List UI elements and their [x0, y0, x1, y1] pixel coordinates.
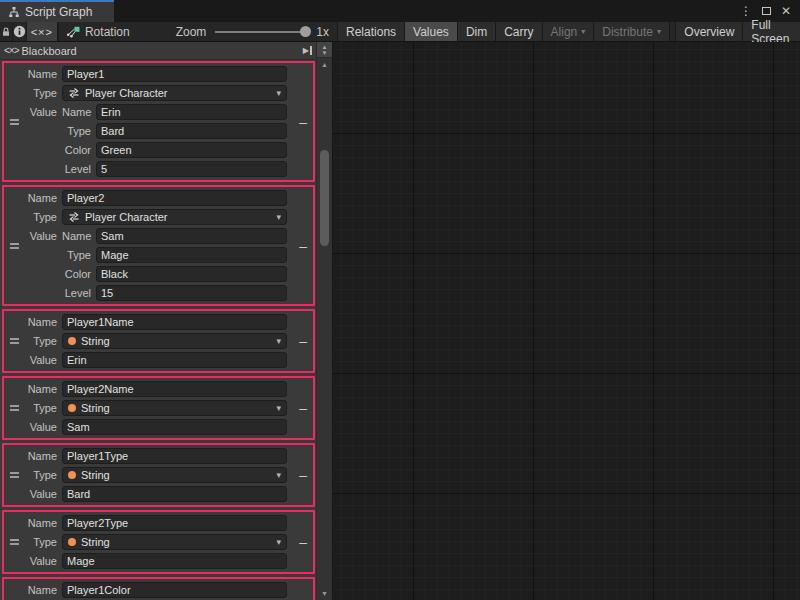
- value-field-input[interactable]: [96, 161, 287, 177]
- chevron-down-icon: ▾: [276, 404, 281, 413]
- tab-script-graph[interactable]: Script Graph: [0, 0, 114, 22]
- zoom-slider-knob[interactable]: [300, 26, 311, 37]
- variable-group-player1: – Name Type: [2, 61, 315, 182]
- blackboard-variables-list: – Name Type: [0, 60, 316, 600]
- variable-name-input[interactable]: [62, 66, 287, 82]
- blackboard-panel: <×> Blackboard ▶ – Name Type: [0, 42, 316, 600]
- scrollbar-stepper[interactable]: ▲ ▼: [317, 42, 332, 58]
- overview-button[interactable]: Overview: [675, 22, 742, 41]
- value-field-input[interactable]: [96, 104, 287, 120]
- type-value: String: [81, 335, 110, 347]
- visual-scripting-button[interactable]: <×>: [27, 22, 58, 41]
- rotation-toggle[interactable]: Rotation: [58, 22, 138, 41]
- blackboard-header: <×> Blackboard ▶: [0, 42, 316, 60]
- name-label: Name: [4, 66, 62, 82]
- field-label: Level: [62, 161, 96, 177]
- type-dropdown[interactable]: Player Character ▾: [62, 85, 287, 101]
- remove-variable-button[interactable]: –: [299, 537, 307, 547]
- remove-variable-button[interactable]: –: [299, 241, 307, 251]
- drag-handle[interactable]: [10, 338, 19, 344]
- drag-handle[interactable]: [10, 472, 19, 478]
- full-screen-button[interactable]: Full Screen: [742, 22, 800, 41]
- type-value: String: [81, 536, 110, 548]
- type-value: String: [81, 402, 110, 414]
- main-area: <×> Blackboard ▶ – Name Type: [0, 42, 800, 600]
- dock-panel-button[interactable]: ▶: [303, 46, 312, 55]
- chevron-down-icon: ▾: [276, 538, 281, 547]
- value-field-input[interactable]: [96, 123, 287, 139]
- value-field-input[interactable]: [96, 228, 287, 244]
- string-type-icon: [68, 404, 76, 412]
- type-dropdown[interactable]: String ▾: [62, 534, 287, 550]
- type-dropdown[interactable]: Player Character ▾: [62, 209, 287, 225]
- dock-icon-bar: [310, 46, 312, 55]
- type-dropdown[interactable]: String ▾: [62, 333, 287, 349]
- rotation-label: Rotation: [85, 25, 130, 39]
- dock-icon: ▶: [303, 46, 309, 55]
- value-field-input[interactable]: [96, 247, 287, 263]
- field-label: Color: [62, 142, 96, 158]
- value-label: Value: [4, 553, 62, 569]
- value-field-input[interactable]: [96, 285, 287, 301]
- value-input[interactable]: [62, 419, 287, 435]
- chevron-down-icon: ▾: [276, 337, 281, 346]
- scroll-down-button[interactable]: ▼: [317, 587, 332, 600]
- field-label: Name: [62, 104, 96, 120]
- value-input[interactable]: [62, 486, 287, 502]
- drag-handle[interactable]: [10, 243, 19, 249]
- variable-name-input[interactable]: [62, 448, 287, 464]
- carry-button[interactable]: Carry: [495, 22, 541, 41]
- remove-variable-button[interactable]: –: [299, 470, 307, 480]
- scroll-up-button[interactable]: ▲: [317, 58, 332, 71]
- variable-group-player1color: Name Type ▾: [2, 577, 315, 600]
- info-button[interactable]: [13, 22, 27, 41]
- align-dropdown-button[interactable]: Align ▾: [542, 22, 594, 41]
- drag-handle[interactable]: [10, 539, 19, 545]
- title-bar: Script Graph ⋮ ✕: [0, 0, 800, 22]
- lock-button[interactable]: [0, 22, 13, 41]
- value-field-input[interactable]: [96, 142, 287, 158]
- remove-variable-button[interactable]: –: [299, 117, 307, 127]
- variable-name-input[interactable]: [62, 515, 287, 531]
- lock-icon: [0, 26, 12, 38]
- relations-button[interactable]: Relations: [337, 22, 404, 41]
- scrollbar-track[interactable]: [317, 71, 332, 587]
- variable-name-input[interactable]: [62, 314, 287, 330]
- type-label: Type: [4, 85, 62, 101]
- chevron-down-icon: ▾: [657, 28, 661, 36]
- remove-variable-button[interactable]: –: [299, 336, 307, 346]
- values-button[interactable]: Values: [404, 22, 457, 41]
- remove-variable-button[interactable]: –: [299, 403, 307, 413]
- type-dropdown[interactable]: String ▾: [62, 467, 287, 483]
- field-label: Level: [62, 285, 96, 301]
- variable-group-player2: – Name Type: [2, 185, 315, 306]
- drag-handle[interactable]: [10, 405, 19, 411]
- value-label: Value: [4, 419, 62, 435]
- type-value: String: [81, 469, 110, 481]
- name-label: Name: [4, 314, 62, 330]
- type-value: Player Character: [85, 211, 168, 223]
- graph-canvas[interactable]: [333, 42, 800, 600]
- type-value: Player Character: [85, 87, 168, 99]
- zoom-slider[interactable]: [215, 31, 307, 33]
- distribute-dropdown-button[interactable]: Distribute ▾: [593, 22, 669, 41]
- toolbar-right-buttons: Relations Values Dim Carry Align ▾ Distr…: [337, 22, 800, 41]
- blackboard-title: Blackboard: [22, 45, 77, 57]
- info-icon: [13, 25, 26, 38]
- type-label: Type: [4, 209, 62, 225]
- chevron-down-icon: ▾: [276, 471, 281, 480]
- dim-button[interactable]: Dim: [457, 22, 495, 41]
- chevron-down-icon: ▾: [581, 28, 585, 36]
- value-field-input[interactable]: [96, 266, 287, 282]
- value-input[interactable]: [62, 352, 287, 368]
- value-input[interactable]: [62, 553, 287, 569]
- type-dropdown[interactable]: String ▾: [62, 400, 287, 416]
- visual-scripting-icon: <×>: [4, 45, 19, 56]
- variable-name-input[interactable]: [62, 190, 287, 206]
- drag-handle[interactable]: [10, 119, 19, 125]
- name-label: Name: [4, 448, 62, 464]
- variable-name-input[interactable]: [62, 582, 287, 598]
- variable-name-input[interactable]: [62, 381, 287, 397]
- scrollbar-thumb[interactable]: [320, 150, 329, 246]
- string-type-icon: [68, 337, 76, 345]
